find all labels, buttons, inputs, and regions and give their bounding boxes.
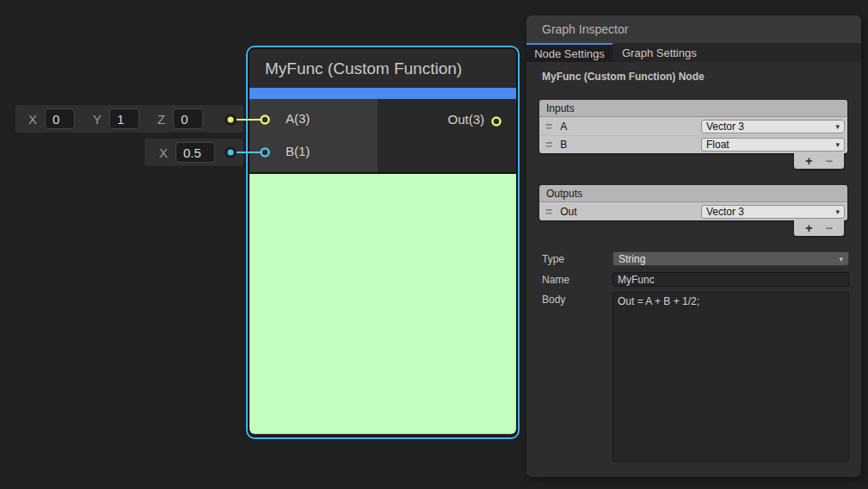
output-out-type-dropdown[interactable]: Vector 3 ▾ bbox=[701, 205, 845, 219]
remove-input-button[interactable]: − bbox=[826, 155, 833, 167]
name-input[interactable] bbox=[613, 272, 849, 287]
dropdown-arrow-icon: ▾ bbox=[835, 140, 840, 149]
inputs-list-footer: + − bbox=[794, 153, 844, 169]
z-field-label: Z bbox=[157, 112, 165, 127]
list-item[interactable]: = Out Vector 3 ▾ bbox=[539, 202, 847, 220]
dropdown-arrow-icon: ▾ bbox=[839, 255, 843, 263]
add-input-button[interactable]: + bbox=[805, 155, 812, 167]
input-a-type-dropdown[interactable]: Vector 3 ▾ bbox=[701, 120, 845, 133]
x-field[interactable] bbox=[45, 108, 75, 129]
input-b-type-dropdown[interactable]: Float ▾ bbox=[701, 138, 845, 152]
node-ports-section: A(3) B(1) Out(3) bbox=[249, 99, 516, 172]
list-item[interactable]: = A Vector 3 ▾ bbox=[539, 117, 847, 135]
outputs-list-header: Outputs bbox=[539, 185, 847, 202]
input-port-b-label: B(1) bbox=[286, 144, 310, 158]
x-field-label: X bbox=[159, 145, 168, 160]
inputs-list: Inputs = A Vector 3 ▾ = B Float ▾ bbox=[539, 100, 847, 169]
float-inline-editor: X bbox=[145, 139, 243, 166]
output-out-type-value: Vector 3 bbox=[706, 206, 744, 218]
inputs-list-header-label: Inputs bbox=[546, 102, 575, 115]
x-field-label: X bbox=[28, 112, 37, 127]
dropdown-arrow-icon: ▾ bbox=[835, 122, 840, 131]
output-port-out-label: Out(3) bbox=[447, 112, 484, 127]
input-row-name: A bbox=[560, 121, 567, 133]
body-textarea[interactable]: Out = A + B + 1/2; bbox=[613, 292, 849, 461]
dropdown-arrow-icon: ▾ bbox=[835, 207, 840, 216]
node-title: MyFunc (Custom Function) bbox=[265, 59, 462, 78]
outputs-list: Outputs = Out Vector 3 ▾ + − bbox=[539, 185, 847, 236]
tab-graph-settings-label: Graph Settings bbox=[622, 46, 697, 59]
body-field-label: Body bbox=[542, 294, 565, 306]
y-field-label: Y bbox=[93, 112, 102, 127]
name-field-label: Name bbox=[542, 274, 569, 286]
node-title-bar[interactable]: MyFunc (Custom Function) bbox=[249, 49, 516, 88]
list-item[interactable]: = B Float ▾ bbox=[539, 135, 847, 153]
input-row-name: B bbox=[560, 139, 567, 151]
graph-inspector-panel: Graph Inspector Node Settings Graph Sett… bbox=[526, 15, 861, 477]
type-dropdown[interactable]: String ▾ bbox=[613, 251, 849, 266]
input-a-type-value: Vector 3 bbox=[706, 121, 744, 133]
output-row-name: Out bbox=[560, 206, 576, 218]
custom-function-node[interactable]: MyFunc (Custom Function) A(3) B(1) Out(3… bbox=[248, 47, 518, 437]
input-port-a-label: A(3) bbox=[286, 111, 310, 126]
remove-output-button[interactable]: − bbox=[826, 222, 833, 234]
node-settings-heading: MyFunc (Custom Function) Node bbox=[542, 71, 705, 83]
float-x-field[interactable] bbox=[175, 142, 215, 163]
y-field[interactable] bbox=[109, 108, 139, 129]
shader-graph-canvas[interactable]: X Y Z X MyFunc (Custom Function) A(3) B(… bbox=[0, 0, 868, 489]
tab-node-settings[interactable]: Node Settings bbox=[526, 43, 613, 62]
node-input-ports-panel bbox=[249, 99, 378, 172]
node-accent-bar bbox=[249, 88, 516, 99]
z-field[interactable] bbox=[173, 108, 203, 129]
outputs-list-header-label: Outputs bbox=[546, 188, 582, 200]
inspector-title-bar: Graph Inspector bbox=[526, 15, 861, 43]
node-preview-area[interactable] bbox=[249, 172, 516, 434]
outputs-list-footer: + − bbox=[794, 220, 844, 236]
type-field-label: Type bbox=[542, 253, 564, 265]
inputs-list-header: Inputs bbox=[539, 100, 847, 117]
inspector-tab-bar: Node Settings Graph Settings bbox=[526, 43, 861, 62]
add-output-button[interactable]: + bbox=[805, 222, 812, 234]
tab-node-settings-label: Node Settings bbox=[534, 47, 605, 60]
inspector-title: Graph Inspector bbox=[542, 22, 628, 36]
type-dropdown-value: String bbox=[619, 253, 645, 265]
tab-graph-settings[interactable]: Graph Settings bbox=[613, 43, 709, 62]
vector3-inline-editor: X Y Z bbox=[15, 105, 243, 133]
input-b-type-value: Float bbox=[706, 139, 729, 151]
